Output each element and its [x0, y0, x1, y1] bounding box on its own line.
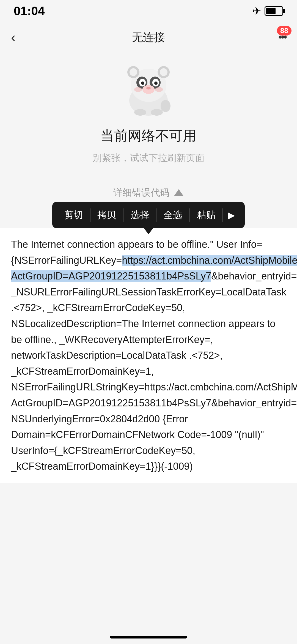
mascot-container [113, 58, 184, 118]
svg-point-13 [146, 87, 151, 89]
status-icons: ✈ [252, 5, 283, 17]
error-subtitle: 别紧张，试试下拉刷新页面 [92, 152, 205, 164]
svg-point-3 [130, 68, 137, 76]
select-button[interactable]: 选择 [124, 209, 156, 221]
menu-divider-5 [222, 208, 223, 222]
back-button[interactable]: ‹ [11, 29, 16, 45]
menu-divider-4 [189, 208, 190, 222]
mascot-image [118, 61, 179, 116]
nav-menu-button[interactable]: ••• 88 [278, 31, 286, 43]
svg-point-5 [160, 68, 167, 76]
svg-point-10 [141, 81, 144, 85]
home-indicator [110, 636, 187, 638]
copy-button[interactable]: 拷贝 [91, 209, 123, 221]
more-arrow[interactable]: ▶ [223, 210, 239, 221]
error-text-block[interactable]: The Internet connection appears to be of… [0, 228, 297, 483]
content-area: 当前网络不可用 别紧张，试试下拉刷新页面 详细错误代码 剪切 拷贝 选择 全选 … [0, 52, 297, 483]
svg-point-18 [151, 109, 163, 116]
status-time: 01:04 [14, 4, 45, 18]
menu-divider-2 [123, 208, 123, 222]
svg-point-15 [155, 87, 163, 92]
page-title: 无连接 [132, 30, 165, 45]
notification-badge: 88 [277, 26, 292, 36]
airplane-icon: ✈ [252, 5, 261, 17]
select-all-button[interactable]: 全选 [157, 209, 189, 221]
svg-point-14 [134, 87, 142, 92]
svg-point-11 [154, 81, 158, 85]
detail-code-header[interactable]: 详细错误代码 [113, 186, 184, 199]
error-text-normal-2: &behavior_entryid=yyg003013&version=8.3.… [11, 270, 297, 472]
context-menu: 剪切 拷贝 选择 全选 粘贴 ▶ [52, 202, 245, 228]
error-title: 当前网络不可用 [100, 127, 197, 145]
status-bar: 01:04 ✈ [0, 0, 297, 22]
menu-divider-3 [156, 208, 156, 222]
paste-button[interactable]: 粘贴 [190, 209, 222, 221]
detail-code-label: 详细错误代码 [113, 186, 169, 199]
battery-fill [266, 8, 276, 14]
cut-button[interactable]: 剪切 [58, 209, 90, 221]
svg-point-16 [161, 100, 170, 112]
nav-bar: ‹ 无连接 ••• 88 [0, 22, 297, 52]
battery-icon [265, 6, 283, 16]
menu-divider-1 [90, 208, 90, 222]
expand-icon [174, 189, 184, 196]
svg-point-17 [134, 109, 146, 116]
